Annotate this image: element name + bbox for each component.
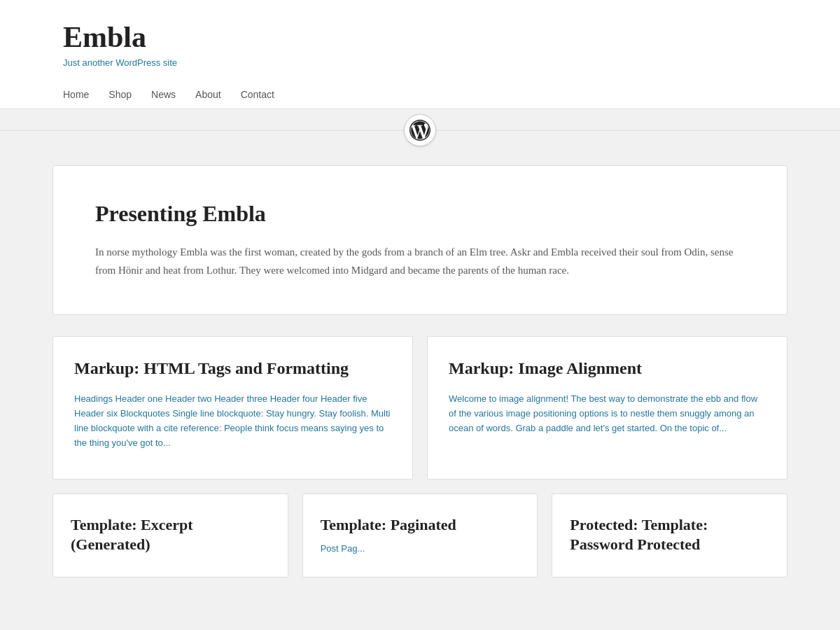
bottom-card-1: Template: Excerpt (Generated) xyxy=(52,493,288,578)
nav-item-shop[interactable]: Shop xyxy=(108,80,144,108)
post-card-1-title[interactable]: Markup: HTML Tags and Formatting xyxy=(74,358,391,379)
site-title: Embla xyxy=(63,21,777,53)
bottom-card-1-title[interactable]: Template: Excerpt (Generated) xyxy=(71,515,270,555)
nav-item-about[interactable]: About xyxy=(195,80,234,108)
post-grid: Markup: HTML Tags and Formatting Heading… xyxy=(52,336,788,479)
bottom-card-2: Template: Paginated Post Pag... xyxy=(302,493,538,578)
bottom-grid: Template: Excerpt (Generated) Template: … xyxy=(52,493,788,578)
post-card-2-title[interactable]: Markup: Image Alignment xyxy=(449,358,766,379)
site-tagline: Just another WordPress site xyxy=(63,57,777,68)
featured-post-title: Presenting Embla xyxy=(95,201,745,227)
nav-item-home[interactable]: Home xyxy=(63,80,102,108)
bottom-card-2-excerpt: Post Pag... xyxy=(321,542,520,556)
bottom-card-3-title[interactable]: Protected: Template: Password Protected xyxy=(570,515,769,555)
featured-post-body: In norse mythology Embla was the first w… xyxy=(95,244,745,279)
bottom-card-2-title[interactable]: Template: Paginated xyxy=(321,515,520,536)
post-card-2-excerpt: Welcome to image alignment! The best way… xyxy=(449,392,766,435)
site-header: Embla Just another WordPress site HomeSh… xyxy=(0,0,840,109)
nav-item-news[interactable]: News xyxy=(151,80,188,108)
post-card-1: Markup: HTML Tags and Formatting Heading… xyxy=(52,336,413,479)
post-card-2: Markup: Image Alignment Welcome to image… xyxy=(427,336,788,479)
wordpress-logo xyxy=(404,114,436,146)
featured-post: Presenting Embla In norse mythology Embl… xyxy=(52,165,788,315)
main-nav: HomeShopNewsAboutContact xyxy=(63,80,777,108)
post-card-1-excerpt: Headings Header one Header two Header th… xyxy=(74,392,391,450)
nav-item-contact[interactable]: Contact xyxy=(241,80,287,108)
bottom-card-3: Protected: Template: Password Protected xyxy=(552,493,788,578)
main-content: Presenting Embla In norse mythology Embl… xyxy=(52,151,788,605)
wp-divider xyxy=(0,109,840,151)
